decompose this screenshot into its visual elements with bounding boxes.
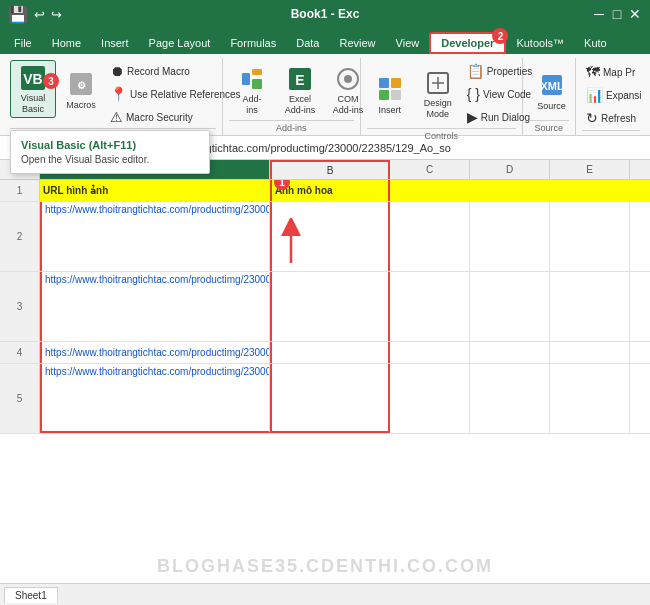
run-icon: ▶: [467, 109, 478, 125]
code-group: VB VisualBasic 3 ⚙ Macros ⏺ Record Macro…: [4, 58, 223, 135]
col-header-f[interactable]: F: [630, 160, 650, 179]
cell-f1[interactable]: [630, 180, 650, 201]
addins-group-label: Add-ins: [229, 120, 354, 133]
cell-d5[interactable]: [470, 364, 550, 433]
svg-rect-5: [252, 69, 262, 75]
cell-d1[interactable]: [470, 180, 550, 201]
cell-b3[interactable]: [270, 272, 390, 341]
svg-text:XML: XML: [540, 80, 564, 92]
col-header-c[interactable]: C: [390, 160, 470, 179]
cell-c4[interactable]: [390, 342, 470, 363]
record-macro-label: Record Macro: [127, 66, 190, 77]
cell-c1[interactable]: [390, 180, 470, 201]
expansion-group-label: [582, 130, 640, 133]
design-mode-label: DesignMode: [424, 98, 452, 120]
cell-e3[interactable]: [550, 272, 630, 341]
table-row: 4 https://www.thoitrangtichtac.com/produ…: [0, 342, 650, 364]
cell-a2[interactable]: https://www.thoitrangtichtac.com/product…: [40, 202, 270, 271]
vb-badge: 3: [43, 73, 59, 89]
cell-b5[interactable]: [270, 364, 390, 433]
controls-group: Insert DesignMode 📋 Properties { } View …: [361, 58, 523, 135]
view-code-icon: { }: [467, 86, 480, 102]
tab-kutools[interactable]: Kutools™: [506, 32, 574, 54]
source-button[interactable]: XML Source: [529, 61, 575, 119]
row-num-4: 4: [0, 342, 40, 363]
cell-e5[interactable]: [550, 364, 630, 433]
excel-icon: E: [284, 64, 316, 94]
svg-rect-14: [391, 90, 401, 100]
tab-developer[interactable]: Developer 2: [429, 32, 506, 54]
cell-a1[interactable]: URL hình ảnh: [40, 180, 270, 201]
cell-e1[interactable]: [550, 180, 630, 201]
cell-d4[interactable]: [470, 342, 550, 363]
code-group-content: VB VisualBasic 3 ⚙ Macros ⏺ Record Macro…: [10, 60, 245, 128]
cell-a4[interactable]: https://www.thoitrangtichtac.com/product…: [40, 342, 270, 363]
cell-f5[interactable]: [630, 364, 650, 433]
cell-d2[interactable]: [470, 202, 550, 271]
minimize-button[interactable]: ─: [592, 7, 606, 21]
cell-e4[interactable]: [550, 342, 630, 363]
save-icon[interactable]: 💾: [8, 5, 28, 24]
row-num-5: 5: [0, 364, 40, 433]
col-header-b[interactable]: B: [270, 160, 390, 179]
tab-home[interactable]: Home: [42, 32, 91, 54]
cell-b1[interactable]: Ảnh mô hoa 1: [270, 180, 390, 201]
close-button[interactable]: ✕: [628, 7, 642, 21]
insert-label: Insert: [378, 105, 401, 115]
title-bar-left: 💾 ↩ ↪: [8, 5, 62, 24]
record-icon: ⏺: [110, 63, 124, 79]
undo-icon[interactable]: ↩: [34, 7, 45, 22]
expansion-button[interactable]: 📊 Expansi: [582, 84, 646, 106]
add-ins-button[interactable]: Add-ins: [229, 61, 275, 119]
tab-page-layout[interactable]: Page Layout: [139, 32, 221, 54]
svg-point-10: [344, 75, 352, 83]
cell-f4[interactable]: [630, 342, 650, 363]
cell-e2[interactable]: [550, 202, 630, 271]
col-header-d[interactable]: D: [470, 160, 550, 179]
window-controls: ─ □ ✕: [592, 7, 642, 21]
svg-rect-6: [252, 79, 262, 89]
tab-kuto[interactable]: Kuto: [574, 32, 617, 54]
tab-insert[interactable]: Insert: [91, 32, 139, 54]
visual-basic-button[interactable]: VB VisualBasic 3: [10, 60, 56, 118]
cell-b1-badge: 1: [274, 180, 290, 190]
addins-group-content: Add-ins E ExcelAdd-ins COMAdd-ins: [229, 60, 371, 120]
sheet-tab-1[interactable]: Sheet1: [4, 587, 58, 603]
properties-icon: 📋: [467, 63, 484, 79]
map-properties-button[interactable]: 🗺 Map Pr: [582, 61, 646, 83]
refresh-button[interactable]: ↻ Refresh: [582, 107, 646, 129]
addins-label: Add-ins: [243, 94, 262, 116]
tab-data[interactable]: Data: [286, 32, 329, 54]
expansion-group-content: 🗺 Map Pr 📊 Expansi ↻ Refresh: [582, 60, 646, 130]
row-num-2: 2: [0, 202, 40, 271]
svg-rect-11: [379, 78, 389, 88]
tab-formulas[interactable]: Formulas: [220, 32, 286, 54]
cell-c2[interactable]: [390, 202, 470, 271]
col-header-e[interactable]: E: [550, 160, 630, 179]
cell-b4[interactable]: [270, 342, 390, 363]
cell-f2[interactable]: [630, 202, 650, 271]
tab-file[interactable]: File: [4, 32, 42, 54]
cell-d3[interactable]: [470, 272, 550, 341]
row-num-1: 1: [0, 180, 40, 201]
macros-button[interactable]: ⚙ Macros: [58, 60, 104, 118]
redo-icon[interactable]: ↪: [51, 7, 62, 22]
table-row: 2 https://www.thoitrangtichtac.com/produ…: [0, 202, 650, 272]
excel-addins-button[interactable]: E ExcelAdd-ins: [277, 61, 323, 119]
cell-c5[interactable]: [390, 364, 470, 433]
watermark: BLOGHASE35.CDENTHI.CO.COM: [0, 556, 650, 577]
cell-c3[interactable]: [390, 272, 470, 341]
expansion-group: 🗺 Map Pr 📊 Expansi ↻ Refresh: [576, 58, 646, 135]
maximize-button[interactable]: □: [610, 7, 624, 21]
cell-a5[interactable]: https://www.thoitrangtichtac.com/product…: [40, 364, 270, 433]
cell-a3[interactable]: https://www.thoitrangtichtac.com/product…: [40, 272, 270, 341]
svg-text:E: E: [295, 72, 304, 88]
refresh-label: Refresh: [601, 113, 636, 124]
cell-f3[interactable]: [630, 272, 650, 341]
expansion-icon: 📊: [586, 87, 603, 103]
insert-button[interactable]: Insert: [367, 65, 413, 123]
tab-review[interactable]: Review: [329, 32, 385, 54]
tooltip-box: Visual Basic (Alt+F11) Open the Visual B…: [10, 130, 210, 174]
design-mode-button[interactable]: DesignMode: [415, 65, 461, 123]
tab-view[interactable]: View: [386, 32, 430, 54]
